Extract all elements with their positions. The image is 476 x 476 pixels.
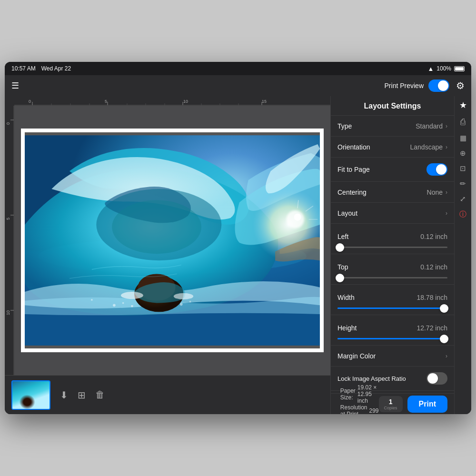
svg-text:15: 15 bbox=[262, 99, 267, 104]
top-slider-row bbox=[331, 277, 454, 284]
device-frame: 10:57 AM Wed Apr 22 ▲ 100% ☰ Print Previ… bbox=[5, 62, 471, 414]
pencil-icon[interactable]: ✏ bbox=[460, 179, 466, 188]
layout-label: Layout bbox=[337, 209, 357, 217]
left-label: Left bbox=[337, 233, 348, 240]
height-slider-row bbox=[331, 338, 454, 345]
fit-toggle[interactable] bbox=[426, 163, 447, 176]
setting-row-layout[interactable]: Layout › bbox=[331, 203, 454, 224]
gear-icon[interactable]: ⚙ bbox=[456, 80, 465, 91]
print-controls: 1 Copies Print bbox=[379, 396, 447, 413]
type-value: Standard › bbox=[416, 122, 447, 130]
centering-value-text: None bbox=[427, 188, 443, 196]
setting-group-left: Left 0.12 inch bbox=[331, 224, 454, 254]
type-label: Type bbox=[337, 122, 352, 130]
setting-group-width: Width 18.78 inch bbox=[331, 285, 454, 315]
height-slider-thumb[interactable] bbox=[440, 335, 448, 343]
setting-group-top: Top 0.12 inch bbox=[331, 254, 454, 285]
svg-point-29 bbox=[112, 200, 201, 254]
print-preview-toggle[interactable] bbox=[428, 79, 449, 92]
setting-row-margin-color[interactable]: Margin Color › bbox=[331, 346, 454, 367]
setting-row-fit[interactable]: Fit to Page bbox=[331, 158, 454, 182]
layout-settings-panel: Layout Settings Type Standard › bbox=[330, 96, 454, 414]
setting-group-height: Height 12.72 inch bbox=[331, 315, 454, 346]
orientation-value: Landscape › bbox=[410, 143, 447, 151]
trash-icon[interactable]: 🗑 bbox=[95, 389, 105, 401]
canvas-area: 0 5 10 15 bbox=[5, 96, 330, 414]
width-slider-track[interactable] bbox=[337, 307, 447, 309]
width-label: Width bbox=[337, 294, 355, 301]
svg-text:0: 0 bbox=[6, 122, 10, 125]
copies-box: 1 Copies bbox=[379, 396, 403, 412]
svg-text:0: 0 bbox=[29, 99, 31, 104]
setting-row-width: Width 18.78 inch bbox=[331, 285, 454, 306]
import-icon[interactable]: ⬇ bbox=[60, 389, 68, 401]
toolbar-left: ☰ bbox=[11, 80, 19, 91]
toolbar-right: Print Preview ⚙ bbox=[385, 79, 465, 92]
left-slider-row bbox=[331, 247, 454, 254]
margin-color-chevron: › bbox=[446, 353, 447, 359]
layout-chevron: › bbox=[446, 210, 447, 217]
centering-label: Centering bbox=[337, 188, 367, 196]
top-slider-thumb[interactable] bbox=[336, 274, 344, 282]
battery-percent: 100% bbox=[436, 65, 451, 72]
photo-svg bbox=[25, 132, 320, 348]
centering-value: None › bbox=[427, 188, 447, 196]
type-chevron: › bbox=[446, 123, 447, 129]
settings-scroll-panel[interactable]: Type Standard › Orientation Landscape bbox=[331, 116, 454, 393]
time: 10:57 AM bbox=[11, 65, 36, 72]
top-label: Top bbox=[337, 263, 348, 271]
setting-row-left: Left 0.12 inch bbox=[331, 224, 454, 245]
expand-icon[interactable]: ⤢ bbox=[460, 195, 466, 203]
lock-aspect-label: Lock Image Aspect Ratio bbox=[337, 375, 406, 382]
svg-point-44 bbox=[189, 301, 191, 303]
print-preview-label: Print Preview bbox=[385, 82, 424, 89]
setting-row-centering[interactable]: Centering None › bbox=[331, 182, 454, 203]
left-slider-thumb[interactable] bbox=[336, 243, 344, 252]
type-value-text: Standard bbox=[416, 122, 443, 130]
top-slider-track[interactable] bbox=[337, 277, 447, 278]
height-label: Height bbox=[337, 324, 357, 332]
layout-value: › bbox=[446, 210, 447, 217]
margin-color-label: Margin Color bbox=[337, 352, 376, 360]
svg-text:10: 10 bbox=[6, 310, 10, 315]
lock-aspect-toggle[interactable] bbox=[426, 372, 447, 385]
svg-point-42 bbox=[131, 305, 133, 307]
centering-chevron: › bbox=[446, 189, 447, 196]
ruler-horizontal: 0 5 10 15 bbox=[14, 96, 330, 106]
print-button[interactable]: Print bbox=[407, 396, 447, 413]
toolbar: ☰ Print Preview ⚙ bbox=[5, 75, 471, 96]
canvas-content bbox=[14, 106, 330, 375]
svg-point-41 bbox=[122, 302, 124, 304]
date: Wed Apr 22 bbox=[41, 65, 71, 72]
width-slider-row bbox=[331, 307, 454, 315]
copies-number: 1 bbox=[389, 398, 393, 406]
thumbnail[interactable] bbox=[11, 380, 50, 410]
menu-button[interactable]: ☰ bbox=[11, 80, 19, 91]
lock-icon[interactable]: ⊕ bbox=[460, 149, 466, 158]
star-icon[interactable]: ★ bbox=[459, 100, 467, 110]
fit-label: Fit to Page bbox=[337, 166, 370, 173]
status-bar: 10:57 AM Wed Apr 22 ▲ 100% bbox=[5, 62, 471, 75]
grid-icon[interactable]: ▦ bbox=[460, 134, 466, 142]
bottom-icons: ⬇ ⊞ 🗑 bbox=[60, 389, 105, 401]
paper-size-value: 19.02 × 12.95 inch bbox=[357, 384, 379, 404]
top-value: 0.12 inch bbox=[420, 263, 447, 271]
copies-label: Copies bbox=[384, 406, 397, 410]
printer-icon[interactable]: ⎙ bbox=[460, 117, 466, 127]
setting-row-orientation[interactable]: Orientation Landscape › bbox=[331, 137, 454, 158]
svg-point-32 bbox=[121, 292, 143, 299]
paper-size-label: Paper Size: bbox=[340, 387, 356, 401]
width-slider-thumb[interactable] bbox=[440, 304, 448, 313]
left-value: 0.12 inch bbox=[420, 233, 447, 240]
width-value: 18.78 inch bbox=[416, 294, 447, 301]
setting-row-type[interactable]: Type Standard › bbox=[331, 116, 454, 137]
add-icon[interactable]: ⊞ bbox=[78, 389, 86, 401]
svg-point-45 bbox=[91, 299, 93, 301]
battery-icon bbox=[454, 66, 465, 71]
info-icon[interactable]: ⓘ bbox=[459, 210, 466, 219]
setting-row-top: Top 0.12 inch bbox=[331, 254, 454, 275]
height-slider-track[interactable] bbox=[337, 338, 447, 339]
left-slider-track[interactable] bbox=[337, 247, 447, 248]
height-value: 12.72 inch bbox=[416, 324, 447, 332]
crop-icon[interactable]: ⊡ bbox=[460, 164, 466, 173]
